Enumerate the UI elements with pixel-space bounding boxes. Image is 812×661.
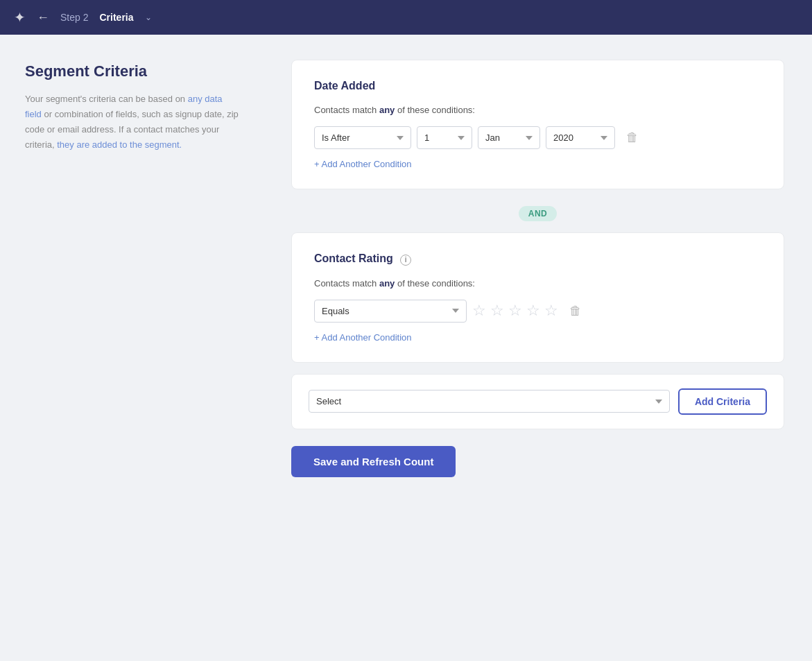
rating-match-any: any (379, 278, 395, 289)
add-criteria-select-wrap: Select Date Added Contact Rating Email Z… (309, 390, 670, 413)
match-any: any (379, 105, 395, 115)
highlight-any-data-field: any data field (25, 94, 223, 119)
star-2[interactable]: ☆ (490, 302, 504, 320)
match-after: of these conditions: (395, 105, 475, 115)
date-added-match-text: Contacts match any of these conditions: (314, 105, 761, 115)
rating-condition-row: Equals Is Greater Than Is Less Than ☆ ☆ … (314, 300, 761, 323)
main-content: Date Added Contacts match any of these c… (264, 35, 812, 661)
contact-rating-match-text: Contacts match any of these conditions: (314, 278, 761, 289)
info-icon: i (400, 255, 411, 266)
sidebar-title: Segment Criteria (25, 62, 239, 80)
date-operator-select[interactable]: Is After Is Before Is Equal To Is Betwee… (314, 126, 411, 149)
save-and-refresh-button[interactable]: Save and Refresh Count (291, 446, 456, 477)
rating-add-condition-button[interactable]: + Add Another Condition (314, 332, 412, 343)
date-year-select[interactable]: 201820192020 2021202220232024 (546, 126, 615, 149)
rating-condition-delete-button[interactable]: 🗑 (564, 301, 587, 321)
sidebar-description: Your segment's criteria can be based on … (25, 92, 239, 153)
rating-match-after: of these conditions: (395, 278, 475, 289)
star-1[interactable]: ☆ (472, 302, 486, 320)
date-condition-row: Is After Is Before Is Equal To Is Betwee… (314, 126, 761, 149)
top-navigation: ✦ ← Step 2 Criteria ⌄ (0, 0, 812, 35)
logo-icon: ✦ (14, 9, 26, 26)
date-add-condition-button[interactable]: + Add Another Condition (314, 159, 412, 169)
step-label: Step 2 (60, 12, 88, 23)
star-3[interactable]: ☆ (508, 302, 522, 320)
star-5[interactable]: ☆ (544, 302, 558, 320)
date-added-card: Date Added Contacts match any of these c… (291, 60, 784, 189)
criteria-label: Criteria (99, 12, 133, 23)
add-criteria-select[interactable]: Select Date Added Contact Rating Email Z… (309, 390, 670, 413)
and-badge: AND (519, 206, 558, 221)
add-criteria-card: Select Date Added Contact Rating Email Z… (291, 374, 784, 429)
sidebar: Segment Criteria Your segment's criteria… (0, 35, 264, 661)
contact-rating-card: Contact Rating i Contacts match any of t… (291, 232, 784, 363)
date-day-select[interactable]: 12345 678910 1112131415 1617181920 21222… (417, 126, 472, 149)
highlight-added-to-segment: they are added to the segment. (57, 139, 182, 150)
and-separator: AND (291, 206, 784, 221)
rating-operator-select[interactable]: Equals Is Greater Than Is Less Than (314, 300, 467, 323)
save-button-wrap: Save and Refresh Count (291, 446, 784, 477)
contact-rating-title: Contact Rating i (314, 252, 761, 266)
match-before: Contacts match (314, 105, 379, 115)
date-month-select[interactable]: JanFebMarApr MayJunJulAug SepOctNovDec (478, 126, 540, 149)
date-added-title: Date Added (314, 80, 761, 92)
stars-rating[interactable]: ☆ ☆ ☆ ☆ ☆ (472, 302, 558, 320)
star-4[interactable]: ☆ (526, 302, 540, 320)
rating-match-before: Contacts match (314, 278, 379, 289)
chevron-down-icon[interactable]: ⌄ (145, 12, 152, 22)
add-criteria-button[interactable]: Add Criteria (678, 388, 767, 415)
date-condition-delete-button[interactable]: 🗑 (621, 128, 644, 148)
back-button[interactable]: ← (37, 10, 49, 25)
